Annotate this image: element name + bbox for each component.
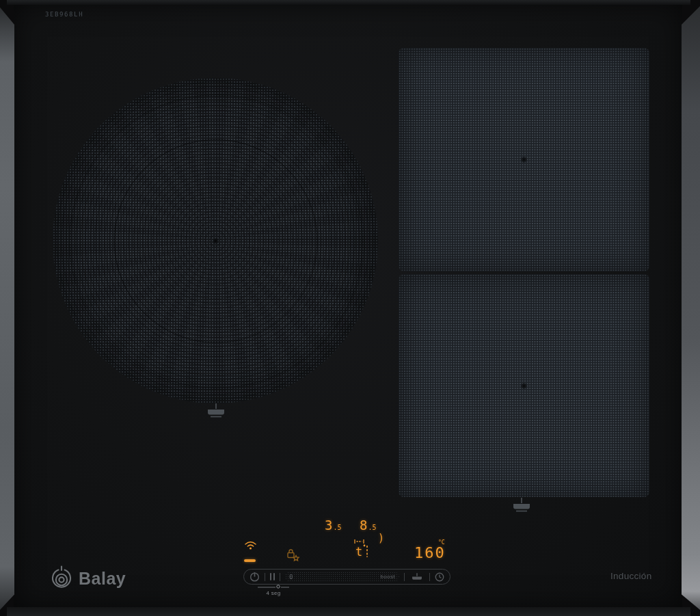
power-digit: 8 [360,519,367,532]
divider [404,573,405,581]
induction-cooktop: 3EB968LH [0,0,700,616]
bevel-edge-top [7,0,690,5]
power-fraction: 5 [372,524,376,531]
power-fraction: 5 [337,524,341,531]
steam-indicator-icon: ) [378,532,384,544]
cooking-zone-flex-bottom [399,274,649,497]
bevel-edge-bottom [7,607,690,616]
zone-center-mark [521,383,527,389]
display-temperature: 160 [414,546,446,561]
divider [265,573,265,581]
hold-time-label: 4 seg [257,590,290,596]
pause-icon[interactable] [270,573,275,580]
divider [429,573,430,581]
temperature-value: 160 [414,546,446,561]
bevel-edge-right [682,0,700,616]
power-digit: 3 [325,519,332,532]
zone-center-mark [213,238,219,244]
display-power-zone-right: 8 . 5 [360,519,377,532]
induction-type-label: Inducción [610,571,652,581]
sensor-letter: t [355,546,362,558]
pan-select-icon[interactable] [409,572,425,582]
balay-mark-icon [49,565,74,591]
bevel-edge-left [0,0,14,616]
model-number-label: 3EB968LH [45,11,83,18]
display-power-zone-left: 3 . 5 [325,519,342,532]
power-icon[interactable] [250,572,260,582]
thermometer-icon [362,543,371,558]
touch-control-bar: 0 boost [243,569,450,585]
cooking-zone-flex-top [399,48,649,271]
divider [280,573,280,581]
temperature-unit-label: °C [438,539,445,546]
power-slider[interactable]: 0 boost [285,572,399,582]
slider-zero-label: 0 [289,574,293,580]
pan-detect-icon [203,403,229,418]
minus-indicator [244,559,256,562]
balay-logo: Balay [49,565,126,591]
brand-wordmark: Balay [79,569,126,589]
cooking-zone-circular [53,78,378,403]
boost-label: boost [380,574,395,580]
timer-icon[interactable] [435,572,444,582]
pan-detect-icon [509,497,535,512]
wifi-icon [243,539,258,550]
press-hold-icon [258,585,289,589]
lock-star-icon [284,548,302,563]
zone-center-mark [521,157,527,163]
hold-hint: 4 seg [257,585,290,596]
fry-sensor-indicator: t [355,543,371,558]
